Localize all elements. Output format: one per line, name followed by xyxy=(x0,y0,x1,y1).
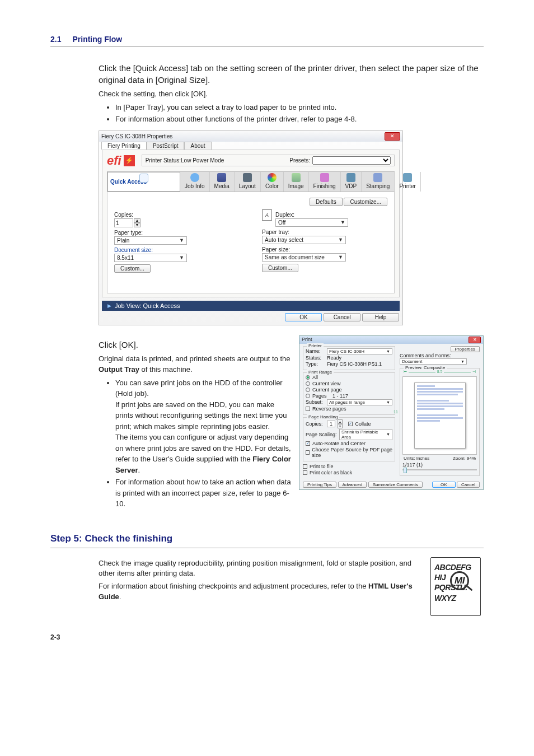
radio-pages[interactable] xyxy=(306,394,310,398)
paper-custom-button[interactable]: Custom... xyxy=(262,264,298,272)
print-cancel-button[interactable]: Cancel xyxy=(457,482,480,488)
print-ok-button[interactable]: OK xyxy=(432,482,456,488)
cat-media[interactable]: Media xyxy=(210,172,235,192)
cat-finishing[interactable]: Finishing xyxy=(309,172,341,192)
job-view-bar[interactable]: ▶ Job View: Quick Access xyxy=(102,301,400,311)
defaults-button[interactable]: Defaults xyxy=(310,198,343,206)
radio-current-page[interactable] xyxy=(306,388,310,392)
fiery-icon: ⚡ xyxy=(124,155,135,166)
duplex-select[interactable]: Off▼ xyxy=(275,218,348,227)
collate-checkbox[interactable]: ✓ xyxy=(348,422,353,426)
output-tray-text: Original data is printed, and printed sh… xyxy=(99,354,291,375)
spin-down-icon[interactable]: ▼ xyxy=(134,223,140,227)
tab-postscript[interactable]: PostScript xyxy=(147,142,185,150)
customize-button[interactable]: Customize... xyxy=(344,198,387,206)
page-scaling-select[interactable]: Shrink to Printable Area▼ xyxy=(339,429,392,440)
efi-logo: efi xyxy=(107,153,121,168)
cat-printer[interactable]: Printer xyxy=(395,172,420,192)
print-range-fieldset: Print Range All Current view Current pag… xyxy=(303,372,395,415)
cat-job-info[interactable]: Job Info xyxy=(180,172,210,192)
chevron-down-icon: ▼ xyxy=(340,220,345,225)
paper-type-select[interactable]: Plain▼ xyxy=(114,236,187,245)
cat-stamping[interactable]: Stamping xyxy=(362,172,395,192)
subset-select[interactable]: All pages in range▼ xyxy=(327,399,392,405)
triangle-right-icon: ▶ xyxy=(107,303,111,309)
chevron-down-icon: ▼ xyxy=(179,237,184,243)
auto-rotate-checkbox[interactable]: ✓ xyxy=(306,441,310,446)
doc-custom-button[interactable]: Custom... xyxy=(114,264,151,273)
paper-tray-label: Paper tray: xyxy=(262,229,387,235)
cat-color[interactable]: Color xyxy=(261,172,284,192)
comments-label: Comments and Forms: xyxy=(400,353,480,358)
cat-layout[interactable]: Layout xyxy=(235,172,261,192)
tab-about[interactable]: About xyxy=(184,142,211,150)
help-button[interactable]: Help xyxy=(362,313,399,321)
copies-input[interactable] xyxy=(114,218,133,227)
by-pdf-checkbox[interactable] xyxy=(306,450,310,455)
print-to-file-checkbox[interactable] xyxy=(303,464,307,469)
section-number: 2.1 xyxy=(50,35,61,44)
paper-size-label: Paper size: xyxy=(262,246,387,253)
middle-bullet-2: For information about how to take an act… xyxy=(115,477,291,510)
properties-button[interactable]: Properties xyxy=(451,346,480,352)
click-ok-text: Click [OK]. xyxy=(99,339,291,351)
paper-tray-select[interactable]: Auto tray select▼ xyxy=(262,236,346,244)
preview-box xyxy=(402,376,477,455)
comments-select[interactable]: Document▼ xyxy=(400,358,467,365)
tab-fiery-printing[interactable]: Fiery Printing xyxy=(101,142,147,150)
intro-bullet-1: In [Paper Tray], you can select a tray t… xyxy=(115,102,484,113)
step5-p2: For information about finishing checkpoi… xyxy=(99,581,419,603)
close-icon[interactable]: ✕ xyxy=(385,132,400,141)
step5-heading: Step 5: Check the finishing xyxy=(50,533,484,544)
cancel-button[interactable]: Cancel xyxy=(324,313,360,321)
page-number: 2-3 xyxy=(50,633,484,641)
print-dialog: Print ✕ Printer Name:Fiery CS IC-308H▼ S… xyxy=(299,335,484,490)
sheet-slider[interactable] xyxy=(402,468,477,472)
driver-title: Fiery CS IC-308H Properties xyxy=(101,133,172,139)
document-size-select[interactable]: 8.5x11▼ xyxy=(114,254,187,262)
section-title: Printing Flow xyxy=(72,35,122,44)
copies-spinner[interactable]: ▲▼ xyxy=(114,218,140,227)
printer-status: Printer Status:Low Power Mode xyxy=(146,157,224,164)
category-tabs: Quick Access Job Info Media Layout Color… xyxy=(107,171,395,192)
intro-p2: Check the setting, then click [OK]. xyxy=(99,89,484,100)
magnifier-icon: MI xyxy=(450,571,469,590)
print-black-checkbox[interactable] xyxy=(303,470,307,475)
close-icon[interactable]: ✕ xyxy=(469,337,481,343)
copies-label: Copies: xyxy=(114,212,240,218)
chevron-down-icon: ▼ xyxy=(338,237,343,242)
cat-quick-access[interactable]: Quick Access xyxy=(107,172,180,192)
cat-image[interactable]: Image xyxy=(284,172,309,192)
reverse-checkbox[interactable] xyxy=(306,407,310,411)
chevron-down-icon: ▼ xyxy=(179,255,184,260)
ok-button[interactable]: OK xyxy=(285,313,322,321)
advanced-button[interactable]: Advanced xyxy=(338,482,367,488)
page-handling-fieldset: Page Handling Copies: 1 ▲▼ ✓Collate Page… xyxy=(303,417,395,461)
preview-fieldset: Preview: Composite ⊢8.5⊣ 11 xyxy=(400,368,480,476)
spin-up-icon[interactable]: ▲ xyxy=(134,218,140,223)
printing-tips-button[interactable]: Printing Tips xyxy=(303,482,336,488)
middle-bullets: You can save print jobs on the HDD of th… xyxy=(99,377,291,510)
copies-input[interactable]: 1 xyxy=(327,421,335,427)
radio-current-view[interactable] xyxy=(306,381,310,386)
document-preview-icon xyxy=(414,382,466,449)
paper-size-select[interactable]: Same as document size▼ xyxy=(262,253,346,262)
step5-p1: Check the image quality reproducibility,… xyxy=(99,558,419,580)
printer-name-select[interactable]: Fiery CS IC-308H▼ xyxy=(327,348,392,354)
middle-bullet-1: You can save print jobs on the HDD of th… xyxy=(115,377,291,476)
presets-label: Presets: xyxy=(289,157,310,164)
summarize-button[interactable]: Summarize Comments xyxy=(368,482,423,488)
intro-bullets: In [Paper Tray], you can select a tray t… xyxy=(99,102,484,125)
radio-all[interactable] xyxy=(306,375,310,380)
print-dialog-title: Print xyxy=(302,337,312,343)
printer-fieldset: Printer Name:Fiery CS IC-308H▼ Status:Re… xyxy=(303,346,395,370)
cat-vdp[interactable]: VDP xyxy=(341,172,362,192)
document-size-label: Document size: xyxy=(114,247,240,253)
paper-type-label: Paper type: xyxy=(114,230,240,236)
intro-p1: Click the [Quick Access] tab on the sett… xyxy=(99,62,484,86)
driver-window: Fiery CS IC-308H Properties ✕ Fiery Prin… xyxy=(99,130,403,325)
orientation-icon[interactable]: A xyxy=(262,209,272,221)
sheet-indicator: 1/117 (1) xyxy=(402,462,477,468)
presets-select[interactable] xyxy=(312,156,391,165)
chevron-down-icon: ▼ xyxy=(338,254,343,260)
